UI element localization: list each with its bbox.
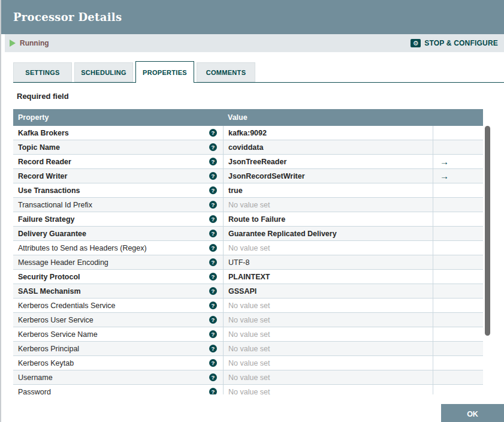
help-icon[interactable]: ? [209, 388, 217, 394]
help-icon[interactable]: ? [209, 230, 217, 237]
value-cell: Guarantee Replicated Delivery [223, 227, 433, 240]
tab-label: COMMENTS [206, 69, 246, 76]
property-cell: Password? [13, 385, 223, 394]
actions-cell: → [433, 169, 483, 183]
help-icon[interactable]: ? [209, 287, 217, 295]
table-row: Kerberos Credentials Service?No value se… [13, 299, 483, 313]
property-cell: Delivery Guarantee? [13, 227, 223, 240]
table-row: Failure Strategy?Route to Failure [13, 212, 483, 227]
property-cell: Kerberos Principal? [13, 342, 223, 355]
value-cell: No value set [223, 198, 433, 212]
help-icon[interactable]: ? [209, 244, 217, 252]
table-row: Transactional Id Prefix?No value set [13, 198, 483, 212]
property-cell: Record Reader? [13, 155, 223, 168]
help-icon[interactable]: ? [209, 345, 217, 352]
go-to-service-icon[interactable]: → [440, 157, 449, 166]
actions-cell [433, 385, 483, 394]
value-text: kafka:9092 [228, 129, 267, 137]
table-row: Kerberos Service Name?No value set [13, 327, 483, 342]
property-cell: Username? [13, 370, 223, 384]
tab-settings[interactable]: SETTINGS [13, 62, 72, 82]
help-icon[interactable]: ? [209, 373, 217, 381]
table-row: Use Transactions?true [13, 183, 483, 198]
property-cell: Topic Name? [13, 140, 223, 154]
property-name: Record Reader [18, 158, 209, 166]
value-unset-text: No value set [228, 330, 270, 339]
actions-cell [433, 198, 483, 212]
value-text: UTF-8 [228, 258, 249, 267]
value-cell: No value set [223, 299, 433, 312]
table-row: Kerberos User Service?No value set [13, 313, 483, 327]
help-icon[interactable]: ? [209, 302, 217, 309]
value-text: GSSAPI [228, 287, 256, 296]
value-unset-text: No value set [228, 302, 270, 310]
canvas-edge-strip [0, 0, 1, 422]
actions-cell [433, 255, 483, 269]
run-state-label: Running [20, 39, 49, 47]
tab-comments[interactable]: COMMENTS [197, 62, 255, 82]
go-to-service-icon[interactable]: → [440, 171, 449, 180]
actions-cell [433, 284, 483, 298]
help-icon[interactable]: ? [209, 273, 217, 281]
property-name: Kerberos Principal [18, 345, 209, 353]
value-cell: No value set [223, 241, 433, 255]
value-cell: JsonRecordSetWriter [223, 169, 433, 183]
tab-baseline-divider [13, 82, 504, 83]
table-row: Topic Name?coviddata [13, 140, 483, 155]
actions-cell [433, 356, 483, 370]
help-icon[interactable]: ? [209, 316, 217, 324]
stop-and-configure-button[interactable]: ⚙ STOP & CONFIGURE [411, 39, 498, 47]
value-unset-text: No value set [228, 201, 270, 209]
table-row: Record Writer?JsonRecordSetWriter→ [13, 169, 483, 183]
status-bar: Running ⚙ STOP & CONFIGURE [5, 34, 504, 52]
value-cell: kafka:9092 [223, 126, 433, 140]
property-name: Kerberos Credentials Service [18, 302, 209, 310]
property-cell: Failure Strategy? [13, 212, 223, 226]
actions-cell [433, 227, 483, 240]
table-scrollbar[interactable] [485, 126, 490, 336]
property-name: Transactional Id Prefix [18, 201, 209, 209]
property-cell: Kafka Brokers? [13, 126, 223, 140]
tab-label: SCHEDULING [81, 69, 126, 76]
property-name: Kafka Brokers [18, 129, 209, 137]
table-row: Delivery Guarantee?Guarantee Replicated … [13, 227, 483, 241]
actions-cell [433, 327, 483, 341]
property-name: Failure Strategy [18, 215, 209, 224]
table-header: Property Value [13, 109, 483, 126]
tab-scheduling[interactable]: SCHEDULING [74, 62, 133, 82]
actions-cell [433, 299, 483, 312]
actions-cell [433, 241, 483, 255]
table-row: Record Reader?JsonTreeReader→ [13, 155, 483, 169]
value-text: Guarantee Replicated Delivery [228, 230, 337, 238]
help-icon[interactable]: ? [209, 129, 217, 137]
property-cell: Message Header Encoding? [13, 255, 223, 269]
help-icon[interactable]: ? [209, 172, 217, 180]
value-cell: No value set [223, 313, 433, 327]
value-cell: No value set [223, 370, 433, 384]
property-cell: Kerberos User Service? [13, 313, 223, 327]
tab-properties[interactable]: PROPERTIES [135, 61, 194, 83]
help-icon[interactable]: ? [209, 359, 217, 367]
table-row: Kerberos Keytab?No value set [13, 356, 483, 370]
actions-cell [433, 370, 483, 384]
value-cell: Route to Failure [223, 212, 433, 226]
help-icon[interactable]: ? [209, 158, 217, 165]
table-row: Message Header Encoding?UTF-8 [13, 255, 483, 270]
property-name: Security Protocol [18, 273, 209, 281]
help-icon[interactable]: ? [209, 201, 217, 209]
help-icon[interactable]: ? [209, 258, 217, 266]
table-row: Kerberos Principal?No value set [13, 342, 483, 356]
value-unset-text: No value set [228, 388, 270, 395]
running-play-icon [10, 40, 16, 47]
value-cell: coviddata [223, 140, 433, 154]
processor-details-dialog: Processor Details Running ⚙ STOP & CONFI… [0, 0, 504, 422]
ok-button[interactable]: OK [441, 404, 504, 422]
help-icon[interactable]: ? [209, 143, 217, 151]
actions-cell [433, 126, 483, 140]
property-name: Username [18, 373, 209, 382]
help-icon[interactable]: ? [209, 186, 217, 194]
actions-cell: → [433, 155, 483, 168]
help-icon[interactable]: ? [209, 215, 217, 223]
value-cell: UTF-8 [223, 255, 433, 269]
help-icon[interactable]: ? [209, 330, 217, 338]
